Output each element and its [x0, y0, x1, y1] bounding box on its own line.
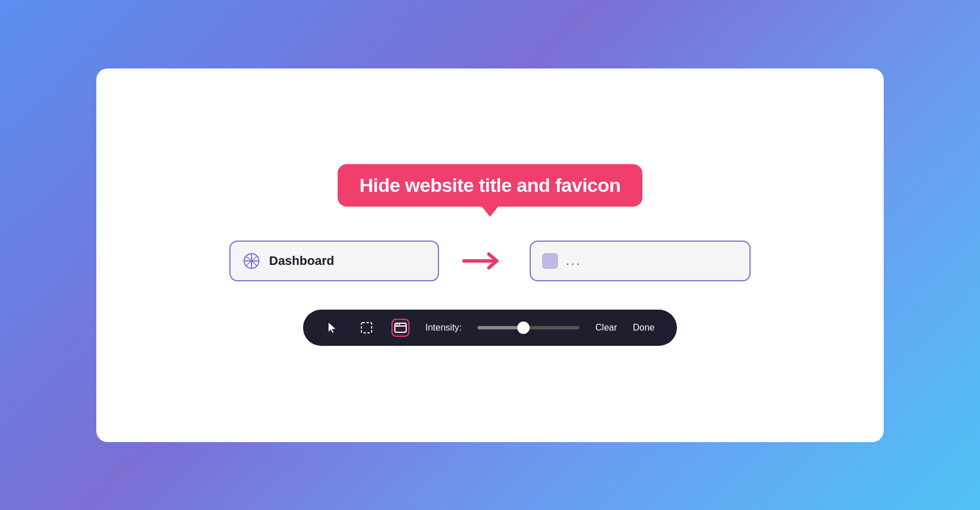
marquee-tool-button[interactable] [357, 319, 376, 337]
browser-tool-button[interactable] [391, 319, 410, 337]
blurred-favicon [542, 253, 558, 269]
intensity-label: Intensity: [425, 323, 462, 333]
browser-bar-after: ... [530, 241, 751, 281]
tooltip-bubble: Hide website title and favicon [338, 164, 642, 207]
toolbar: Intensity: Clear Done [303, 310, 677, 346]
clear-button[interactable]: Clear [595, 323, 617, 333]
browser-bar-before: Dashboard [229, 241, 439, 281]
marquee-icon [360, 322, 373, 334]
tooltip-text: Hide website title and favicon [359, 174, 620, 196]
slider-fill [478, 326, 523, 329]
tooltip-container: Hide website title and favicon [338, 164, 642, 207]
svg-point-9 [399, 324, 400, 325]
tab-title: Dashboard [269, 254, 334, 268]
intensity-slider[interactable] [478, 326, 580, 329]
cursor-tool-button[interactable] [323, 319, 342, 337]
svg-rect-5 [361, 323, 372, 333]
main-card: Hide website title and favicon Dashboard [96, 68, 884, 442]
cursor-icon [326, 322, 339, 334]
browser-window-icon [394, 322, 407, 334]
arrow-container [462, 251, 507, 271]
done-button[interactable]: Done [633, 323, 654, 333]
browsers-row: Dashboard ... [229, 241, 751, 281]
slider-thumb [517, 322, 530, 334]
svg-point-8 [397, 324, 398, 325]
arrow-right-icon [462, 251, 507, 271]
dots-text: ... [566, 254, 581, 268]
favicon-icon [242, 251, 261, 271]
